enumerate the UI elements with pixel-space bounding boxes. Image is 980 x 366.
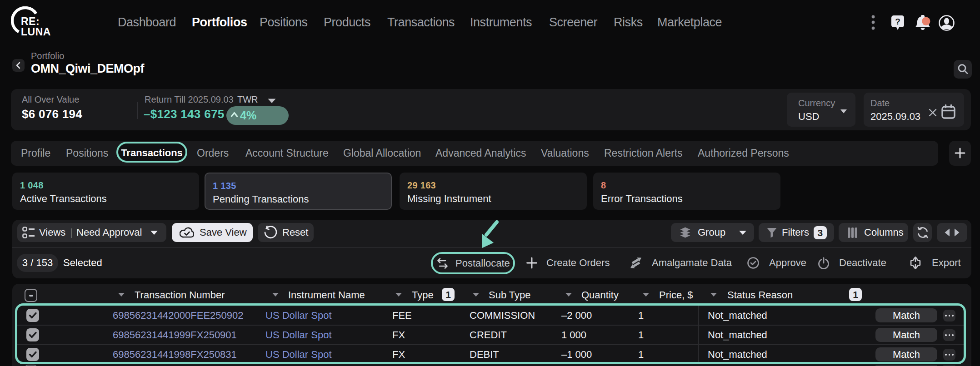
svg-text:LUNA: LUNA [21, 26, 51, 38]
svg-text:?: ? [895, 17, 900, 26]
